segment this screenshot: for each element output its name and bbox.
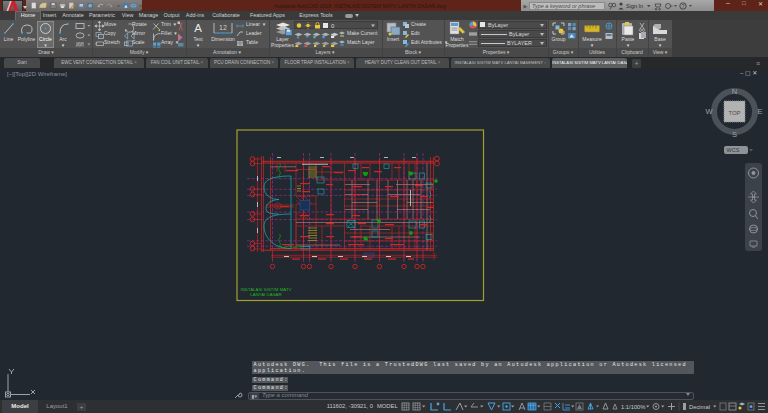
svg-text:12: 12 — [219, 24, 227, 31]
svg-text:?: ? — [681, 3, 684, 9]
svg-text:0: 0 — [331, 22, 335, 28]
svg-text:Sign In: Sign In — [626, 3, 643, 9]
svg-text:LANTAI DASAR: LANTAI DASAR — [250, 292, 281, 297]
svg-text:Decimal: Decimal — [689, 404, 710, 410]
svg-text:INSTALASI SISTIM MATV: INSTALASI SISTIM MATV — [240, 287, 291, 292]
svg-text:1:1/100%: 1:1/100% — [621, 404, 646, 410]
